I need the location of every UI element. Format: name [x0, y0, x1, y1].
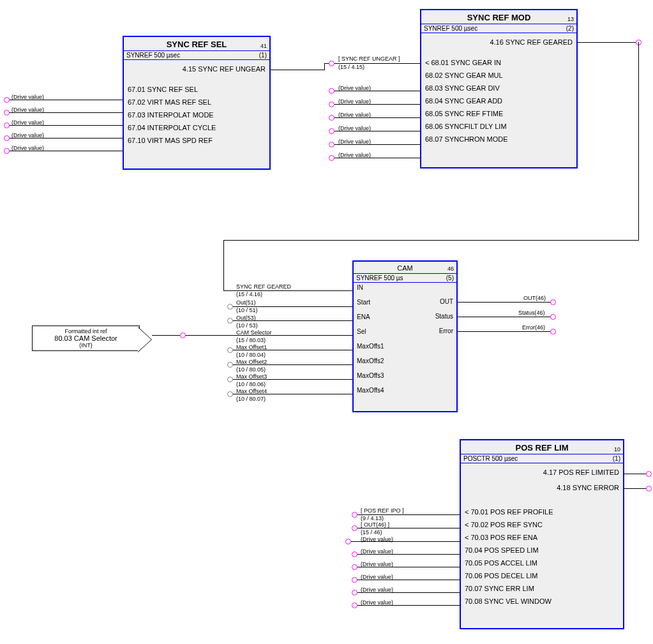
- cam-out-port: OUT: [405, 297, 456, 306]
- block-sync-ref-mod: SYNC REF MOD 13 SYNREF 500 µsec (2) 4.16…: [420, 9, 578, 168]
- cam-out-port: Error: [405, 326, 456, 336]
- cam-in-sub: (15 / 80.03): [236, 337, 266, 343]
- selector-arrow-fill: [138, 327, 151, 352]
- output-label: 4.15 SYNC REF UNGEAR: [183, 65, 266, 73]
- cam-in-label: Max Offset4: [236, 388, 267, 394]
- param-row: 68.04 SYNC GEAR ADD: [421, 94, 576, 107]
- block-title: SYNC REF MOD 13: [421, 10, 576, 24]
- cam-out-port: Status: [405, 311, 456, 321]
- param-row: 70.04 POS SPEED LIM: [461, 544, 623, 557]
- timing-right: (1): [259, 52, 267, 59]
- title-text: SYNC REF SEL: [167, 40, 227, 49]
- pin: [352, 603, 357, 608]
- param-row: 67.04 INTERPOLAT CYCLE: [124, 121, 269, 134]
- pos-in-sub: (15 / 46): [361, 529, 382, 535]
- pin: [4, 135, 10, 141]
- timing-right: (5): [446, 274, 454, 281]
- param-row: 70.08 SYNC VEL WINDOW: [461, 595, 623, 608]
- param-row: 67.03 INTERPOLAT MODE: [124, 109, 269, 121]
- pin: [352, 512, 357, 518]
- timing-left: SYNREF 500 µsec: [424, 25, 477, 32]
- drive-value-label: (Drive value): [11, 145, 44, 151]
- cam-in-sub: (10 / 80.05): [236, 366, 266, 373]
- block-title: POS REF LIM 10: [461, 440, 623, 454]
- selector-line1: Formatted int ref: [36, 328, 135, 334]
- drive-value-label: (Drive value): [361, 561, 393, 567]
- timing-left: SYNREF 500 µs: [356, 274, 403, 281]
- title-text: POS REF LIM: [515, 443, 568, 453]
- pos-in-label: [ POS REF IPO ]: [361, 507, 404, 514]
- block-index: 46: [447, 266, 454, 272]
- pin: [352, 577, 357, 583]
- pin: [329, 155, 334, 161]
- pin: [329, 88, 334, 94]
- cam-in-label: Max Offset1: [236, 344, 267, 350]
- cam-in-sub: (10 / 80.06): [236, 381, 266, 387]
- drive-value-label: (Drive value): [361, 587, 393, 593]
- cam-in-port: IN: [354, 283, 405, 292]
- timing-left: POSCTR 500 µsec: [463, 455, 518, 462]
- pin: [550, 314, 556, 320]
- drive-value-label: (Drive value): [338, 85, 371, 91]
- block-index: 10: [614, 446, 620, 453]
- output-row: 4.16 SYNC REF GEARED: [421, 33, 576, 51]
- selector-line3: (INT): [36, 342, 135, 348]
- block-pos-ref-lim: POS REF LIM 10 POSCTR 500 µsec (1) 4.17 …: [460, 439, 624, 629]
- cam-in-port: Start: [354, 297, 405, 307]
- param-row: 67.01 SYNC REF SEL: [124, 83, 269, 96]
- cam-selector-tag: Formatted int ref 80.03 CAM Selector (IN…: [32, 326, 140, 351]
- drive-value-label: (Drive value): [11, 119, 44, 126]
- pin: [646, 486, 652, 491]
- pin: [550, 299, 556, 305]
- param-row: 68.03 SYNC GEAR DIV: [421, 82, 576, 94]
- wire: [638, 42, 639, 240]
- title-text: CAM: [397, 264, 412, 272]
- output-row: 4.17 POS REF LIMITED: [461, 463, 623, 481]
- wire: [354, 528, 460, 528]
- pin: [329, 101, 334, 107]
- output-row: 4.15 SYNC REF UNGEAR: [124, 60, 269, 78]
- cam-out-label: OUT(46): [523, 295, 546, 301]
- wire: [223, 240, 639, 241]
- pin: [329, 61, 334, 66]
- block-index: 41: [260, 43, 267, 49]
- drive-value-label: (Drive value): [11, 94, 44, 100]
- pin: [227, 304, 233, 310]
- input-label: [ SYNC REF UNGEAR ]: [338, 56, 400, 62]
- pos-in-label: [ OUT(46) ]: [361, 521, 389, 528]
- param-row: 68.02 SYNC GEAR MUL: [421, 69, 576, 82]
- param-row: 70.07 SYNC ERR LIM: [461, 582, 623, 595]
- param-row: 70.06 POS DECEL LIM: [461, 569, 623, 582]
- pin: [227, 362, 233, 368]
- param-row: < 70.02 POS REF SYNC: [461, 518, 623, 531]
- pin: [329, 115, 334, 121]
- cam-in-port: MaxOffs3: [354, 371, 405, 380]
- pin: [227, 391, 233, 397]
- pin: [352, 551, 357, 557]
- timing-right: (2): [566, 25, 574, 32]
- block-cam: CAM 46 SYNREF 500 µs (5) IN Start ENA Se…: [352, 260, 458, 412]
- param-row: 70.05 POS ACCEL LIM: [461, 557, 623, 569]
- cam-in-sub: (10 / 80.04): [236, 352, 266, 358]
- param-row: < 70.03 POS REF ENA: [461, 531, 623, 544]
- wire: [458, 331, 552, 332]
- output-label: 4.16 SYNC REF GEARED: [490, 38, 573, 46]
- pin: [180, 333, 186, 338]
- timing-right: (1): [613, 455, 620, 462]
- input-sub: (15 / 4.15): [338, 64, 364, 70]
- cam-in-label: SYNC REF GEARED: [236, 283, 291, 290]
- wire: [458, 317, 552, 317]
- diagram-canvas: SYNC REF SEL 41 SYNREF 500 µsec (1) 4.15…: [0, 0, 653, 644]
- timing-row: SYNREF 500 µsec (1): [124, 50, 269, 60]
- pin: [646, 471, 652, 477]
- param-row: < 68.01 SYNC GEAR IN: [421, 56, 576, 69]
- cam-in-label: CAM Selector: [236, 329, 272, 336]
- param-row: 68.05 SYNC REF FTIME: [421, 107, 576, 120]
- cam-in-port: Sel: [354, 327, 405, 336]
- cam-in-label: Max Offset3: [236, 373, 267, 380]
- cam-in-sub: (15 / 4.16): [236, 291, 262, 297]
- param-row: 67.02 VIRT MAS REF SEL: [124, 96, 269, 109]
- pin: [4, 148, 10, 154]
- drive-value-label: (Drive value): [338, 125, 371, 131]
- wire: [624, 488, 649, 489]
